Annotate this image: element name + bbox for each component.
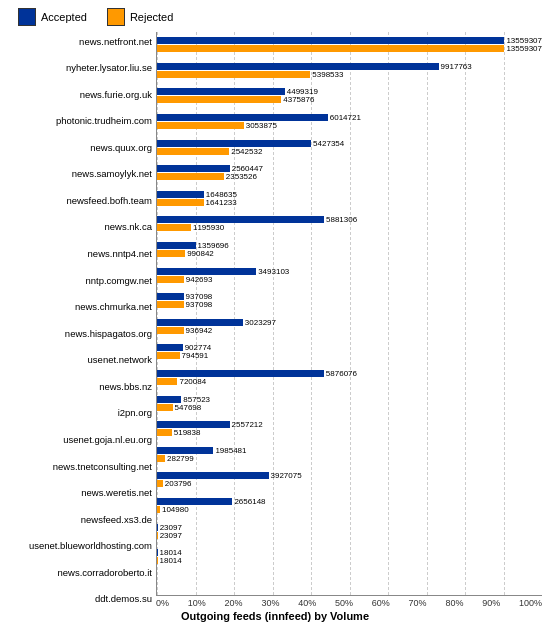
accepted-bar xyxy=(157,37,504,44)
rejected-bar-label: 2542532 xyxy=(231,147,262,156)
rejected-bar xyxy=(157,301,184,308)
y-label: photonic.trudheim.com xyxy=(8,112,156,130)
bar-row: 902774794591 xyxy=(157,339,542,365)
rejected-bar-wrap: 4375876 xyxy=(157,96,542,104)
legend: Accepted Rejected xyxy=(8,8,542,26)
accepted-bar xyxy=(157,472,269,479)
rejected-bar xyxy=(157,429,172,436)
rejected-bar xyxy=(157,557,158,564)
accepted-bar-wrap: 2557212 xyxy=(157,421,542,429)
accepted-bar-wrap: 1985481 xyxy=(157,446,542,454)
accepted-bar xyxy=(157,293,184,300)
accepted-bar-wrap: 6014721 xyxy=(157,114,542,122)
rejected-bar-label: 2353526 xyxy=(226,172,257,181)
accepted-bar xyxy=(157,140,311,147)
rejected-bar-label: 5398533 xyxy=(312,70,343,79)
rejected-bar-wrap: 104980 xyxy=(157,505,542,513)
rejected-bar-label: 13559307 xyxy=(506,44,542,53)
bar-row: 1359696990842 xyxy=(157,237,542,263)
rejected-bar xyxy=(157,148,229,155)
rejected-bar-wrap: 2542532 xyxy=(157,147,542,155)
rejected-bar-label: 23097 xyxy=(160,531,182,540)
y-label: news.quux.org xyxy=(8,138,156,156)
bar-row: 3927075203796 xyxy=(157,467,542,493)
rejected-bar-wrap: 2353526 xyxy=(157,173,542,181)
accepted-bar xyxy=(157,191,204,198)
bar-row: 25604472353526 xyxy=(157,160,542,186)
y-label: news.nntp4.net xyxy=(8,245,156,263)
rejected-bar-label: 1195930 xyxy=(193,223,224,232)
accepted-bar-wrap: 23097 xyxy=(157,523,542,531)
accepted-bar-wrap: 1359696 xyxy=(157,242,542,250)
rejected-bar-label: 937098 xyxy=(186,300,213,309)
accepted-bar xyxy=(157,268,256,275)
y-label: i2pn.org xyxy=(8,404,156,422)
rejected-bar-wrap: 203796 xyxy=(157,480,542,488)
rejected-bar-label: 936942 xyxy=(186,326,213,335)
bars-rows: 1355930713559307991776353985334499319437… xyxy=(157,32,542,595)
bar-row: 54273542542532 xyxy=(157,134,542,160)
accepted-bar xyxy=(157,421,230,428)
accepted-bar xyxy=(157,319,243,326)
bar-row: 1801418014 xyxy=(157,544,542,570)
bar-row: 3023297936942 xyxy=(157,314,542,340)
x-tick: 20% xyxy=(225,598,243,608)
rejected-bar-wrap: 18014 xyxy=(157,557,542,565)
bar-row: 3493103942693 xyxy=(157,262,542,288)
bar-row xyxy=(157,569,542,595)
rejected-bar-label: 1641233 xyxy=(206,198,237,207)
accepted-bar xyxy=(157,114,328,121)
rejected-bar-label: 794591 xyxy=(182,351,209,360)
x-tick: 90% xyxy=(482,598,500,608)
rejected-bar xyxy=(157,352,180,359)
x-tick: 70% xyxy=(409,598,427,608)
y-axis: news.netfront.netnyheter.lysator.liu.sen… xyxy=(8,32,156,608)
accepted-bar-wrap: 902774 xyxy=(157,344,542,352)
accepted-bar-wrap: 3927075 xyxy=(157,472,542,480)
rejected-bar-label: 720084 xyxy=(179,377,206,386)
bars-area: 1355930713559307991776353985334499319437… xyxy=(156,32,542,596)
rejected-bar-wrap: 936942 xyxy=(157,326,542,334)
accepted-color-swatch xyxy=(18,8,36,26)
rejected-label: Rejected xyxy=(130,11,173,23)
accepted-bar xyxy=(157,165,230,172)
accepted-bar-wrap: 857523 xyxy=(157,395,542,403)
rejected-bar-wrap: 13559307 xyxy=(157,45,542,53)
rejected-bar xyxy=(157,480,163,487)
y-label: news.furie.org.uk xyxy=(8,85,156,103)
bar-row: 58813061195930 xyxy=(157,211,542,237)
accepted-bar-wrap: 2656148 xyxy=(157,497,542,505)
accepted-bar xyxy=(157,88,285,95)
y-label: news.chmurka.net xyxy=(8,298,156,316)
rejected-bar-label: 942693 xyxy=(186,275,213,284)
bar-row: 60147213053875 xyxy=(157,109,542,135)
accepted-bar-wrap: 3023297 xyxy=(157,318,542,326)
y-label: news.netfront.net xyxy=(8,32,156,50)
bar-row: 2656148104980 xyxy=(157,493,542,519)
rejected-bar-wrap: 937098 xyxy=(157,301,542,309)
rejected-bar-wrap: 23097 xyxy=(157,531,542,539)
accepted-label: Accepted xyxy=(41,11,87,23)
x-tick: 30% xyxy=(261,598,279,608)
y-label: nntp.comgw.net xyxy=(8,271,156,289)
rejected-bar xyxy=(157,71,310,78)
rejected-bar-label: 203796 xyxy=(165,479,192,488)
x-tick: 50% xyxy=(335,598,353,608)
rejected-bar-label: 3053875 xyxy=(246,121,277,130)
accepted-bar xyxy=(157,344,183,351)
y-label: nyheter.lysator.liu.se xyxy=(8,59,156,77)
y-label: newsfeed.bofh.team xyxy=(8,191,156,209)
rejected-bar-wrap: 5398533 xyxy=(157,70,542,78)
accepted-bar xyxy=(157,370,324,377)
accepted-bar-wrap: 18014 xyxy=(157,549,542,557)
y-label: usenet.goja.nl.eu.org xyxy=(8,430,156,448)
x-tick: 0% xyxy=(156,598,169,608)
accepted-bar-wrap: 3493103 xyxy=(157,267,542,275)
rejected-bar xyxy=(157,532,158,539)
rejected-bar-wrap: 794591 xyxy=(157,352,542,360)
bar-row: 16486351641233 xyxy=(157,186,542,212)
bar-row: 5876076720084 xyxy=(157,365,542,391)
accepted-bar xyxy=(157,447,213,454)
y-label: news.hispagatos.org xyxy=(8,324,156,342)
accepted-bar xyxy=(157,216,324,223)
